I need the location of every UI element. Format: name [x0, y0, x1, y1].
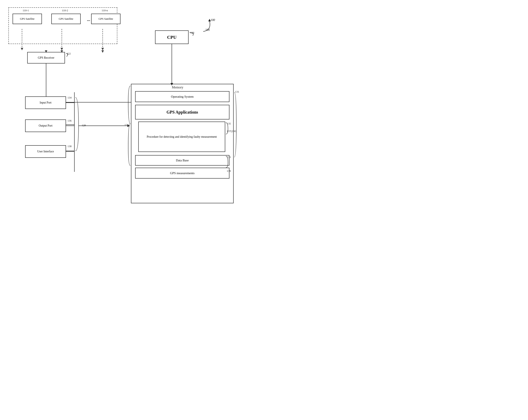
ref-139: 139	[227, 169, 231, 173]
ref-129: 129	[82, 124, 86, 127]
data-base-label: Data Base	[176, 159, 189, 162]
ref-100-label: 100	[211, 18, 215, 22]
gps-applications-box: GPS Applications	[135, 105, 229, 120]
satellite-2-box: GPS Satellite	[51, 14, 81, 24]
diagram: GPS Satellite 110-1 GPS Satellite 110-2 …	[0, 0, 264, 210]
ref-122: 122	[67, 52, 71, 55]
ref-137: 137(200)	[227, 130, 237, 133]
satellite-1-label: GPS Satellite	[20, 17, 35, 21]
ref-135: 135	[227, 122, 231, 125]
ref-110-2: 110-2	[62, 9, 68, 12]
procedure-box: Procedure for detecting and identifying …	[138, 121, 225, 152]
ref-110-1: 110-1	[23, 9, 29, 12]
operating-system-label: Operating System	[171, 95, 194, 98]
svg-marker-3	[60, 48, 63, 50]
user-interface-label: User Interface	[37, 150, 54, 153]
svg-marker-24	[101, 50, 104, 53]
ref-134: 134	[67, 96, 72, 99]
satellite-2-label: GPS Satellite	[59, 17, 73, 21]
cpu-label: CPU	[167, 35, 176, 40]
input-port-box: Input Port	[25, 96, 66, 109]
ref-128: 128	[124, 123, 129, 127]
input-port-label: Input Port	[40, 101, 51, 104]
gps-measurements-box: GPS measurements	[135, 168, 229, 179]
satellite-n-label: GPS Satellite	[98, 17, 113, 21]
ref-131: 131	[235, 90, 239, 94]
satellite-group	[8, 7, 117, 44]
output-port-label: Output Port	[39, 124, 53, 127]
operating-system-box: Operating System	[135, 91, 229, 102]
procedure-label: Procedure for detecting and identifying …	[147, 135, 217, 139]
gps-receiver-box: GPS Receiver	[27, 52, 65, 63]
gps-applications-label: GPS Applications	[167, 110, 198, 115]
svg-marker-1	[21, 48, 23, 50]
ref-133: 133	[227, 156, 231, 159]
output-port-box: Output Port	[25, 120, 66, 132]
ref-138: 138	[67, 144, 72, 148]
ref-136: 136	[67, 119, 72, 122]
user-interface-box: User Interface	[25, 145, 66, 158]
satellite-n-box: GPS Satellite	[91, 14, 120, 24]
ref-100: 100	[205, 28, 210, 32]
ref-110-n: 110-n	[102, 9, 108, 12]
satellite-1-box: GPS Satellite	[12, 14, 42, 24]
cpu-box: CPU	[155, 30, 189, 44]
memory-label: Memory	[172, 85, 183, 89]
gps-receiver-label: GPS Receiver	[38, 56, 54, 60]
ref-126: 126	[190, 31, 194, 34]
gps-measurements-label: GPS measurements	[170, 171, 194, 175]
ellipsis: ...	[87, 17, 90, 22]
data-base-box: Data Base	[135, 155, 229, 166]
svg-marker-5	[101, 48, 104, 50]
